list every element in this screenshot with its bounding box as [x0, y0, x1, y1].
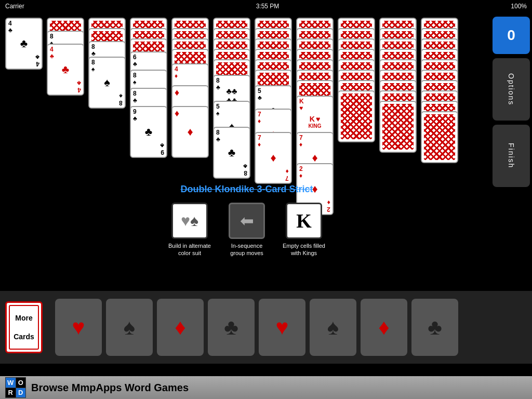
card-face[interactable]: 7♦ ♦ 7♦ [255, 132, 292, 184]
rule-1-desc: Build in alternate color suit [166, 242, 213, 257]
card-face[interactable]: 4♣ ♣ 4♣ [47, 44, 84, 96]
options-button[interactable]: Options [493, 58, 530, 121]
rule-icon-1: ♥♠ Build in alternate color suit [166, 203, 213, 257]
card-back [421, 111, 458, 163]
foundation-slot-2[interactable]: ♠ [106, 299, 153, 356]
card-face[interactable]: 4♣ ♣ 4♣ [5, 18, 43, 70]
card-back [379, 101, 417, 153]
game-area: 4♣ ♣ 4♣ 8♠ ♠ 8♠ 4♣ ♣ 4♣ 8♣ [0, 12, 478, 293]
more-cards-label: MoreCards [9, 305, 39, 350]
rule-icon-2: ⬅ In-sequence group moves [223, 203, 270, 257]
game-icons: ♥♠ Build in alternate color suit ⬅ In-se… [166, 203, 327, 257]
word-cell-w: W [6, 378, 16, 388]
king-icon: K [286, 203, 322, 239]
bottom-bar: W O R D Browse MmpApps Word Games [0, 376, 532, 399]
foundation-slot-8[interactable]: ♣ [411, 299, 458, 356]
score-display: 0 [493, 17, 530, 54]
sidebar: 0 Options Finish [490, 12, 532, 293]
card-face[interactable]: 8♣ ♣ 8♣ [213, 127, 250, 179]
foundation-slot-7[interactable]: ♦ [361, 299, 407, 356]
word-cell-o: O [16, 378, 26, 388]
rule-2-desc: In-sequence group moves [223, 242, 270, 257]
status-bar: Carrier 3:55 PM 100% [0, 0, 532, 12]
foundation-slot-6[interactable]: ♠ [310, 299, 356, 356]
foundation-slot-1[interactable]: ♥ [55, 299, 102, 356]
word-cell-d: D [16, 388, 26, 398]
card-face[interactable]: ♦ ♦ [171, 106, 209, 158]
foundation-slot-3[interactable]: ♦ [157, 299, 204, 356]
more-cards-card[interactable]: MoreCards [5, 301, 43, 353]
time-label: 3:55 PM [256, 3, 280, 10]
word-cell-r: R [6, 388, 16, 398]
card-face[interactable]: 8♠ ♠ 8♠ [88, 57, 126, 109]
game-info-overlay: Double Klondike 3-Card Strict ♥♠ Build i… [166, 184, 327, 262]
game-title: Double Klondike 3-Card Strict [166, 184, 327, 195]
foundation-slot-4[interactable]: ♣ [208, 299, 255, 356]
rule-3-desc: Empty cells filled with Kings [281, 242, 327, 257]
arrow-icon: ⬅ [229, 203, 265, 239]
carrier-label: Carrier [5, 3, 24, 10]
word-games-icon: W O R D [5, 377, 26, 398]
battery-label: 100% [511, 3, 527, 10]
foundation-area: MoreCards ♥ ♠ ♦ ♣ ♥ ♠ ♦ ♣ [0, 291, 532, 364]
card-back [338, 90, 375, 142]
card-face[interactable]: 9♣ ♣ 9♣ [130, 106, 167, 158]
finish-button[interactable]: Finish [493, 125, 530, 187]
browse-text[interactable]: Browse MmpApps Word Games [31, 382, 189, 394]
suit-pair-icon: ♥♠ [171, 203, 208, 239]
rule-icon-3: K Empty cells filled with Kings [281, 203, 327, 257]
foundation-slot-5[interactable]: ♥ [259, 299, 305, 356]
